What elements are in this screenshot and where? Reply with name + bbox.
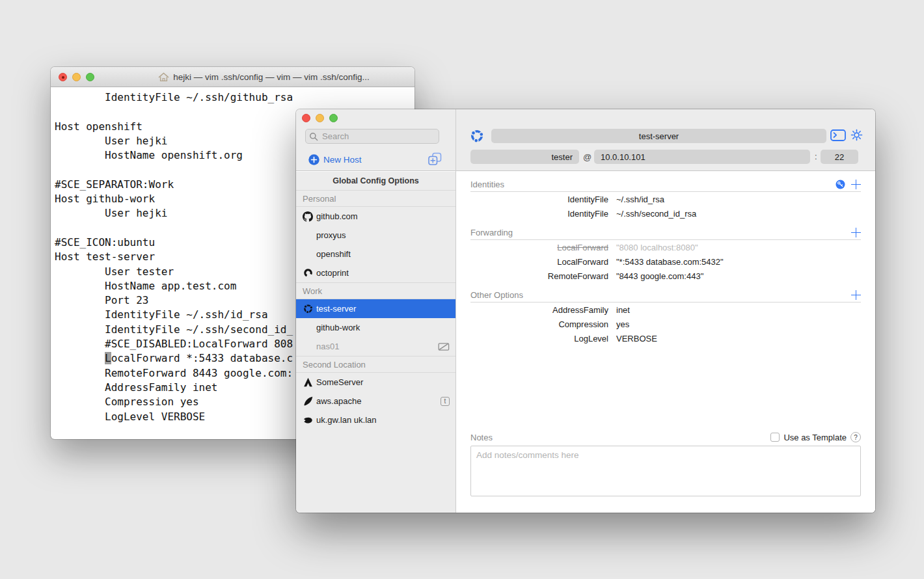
traffic-lights [59,73,94,81]
sidebar-item-label: aws.apache [316,396,361,406]
notes-label: Notes [470,433,493,442]
search-input[interactable] [305,129,439,144]
option-value: ~/.ssh/id_rsa [616,195,664,204]
template-badge: t [441,397,450,406]
section-title: Forwarding [470,228,513,237]
colon-separator: : [815,152,817,161]
no-icon [302,323,314,333]
github-icon [302,211,314,222]
new-host-button[interactable]: New Host [308,154,362,165]
add-group-icon [428,152,442,166]
sidebar-item-test-server[interactable]: test-server [296,299,455,318]
use-as-template-control: Use as Template ? [770,432,861,442]
sidebar-section-second-location: Second Location [296,356,455,373]
sidebar-item-uk-gw-lan[interactable]: uk.gw.lan uk.lan [296,411,455,429]
option-value: "8080 localhost:8080" [616,243,698,252]
option-key: LogLevel [470,334,608,343]
section-label: Second Location [303,360,366,370]
sidebar-item-aws-apache[interactable]: aws.apache t [296,392,455,411]
zoom-button[interactable] [329,114,338,122]
host-settings-button[interactable] [850,129,863,144]
option-row[interactable]: IdentityFile ~/.ssh/second_id_rsa [470,206,861,221]
cursor-line-prefix [55,352,105,364]
option-key: RemoteForward [470,271,608,281]
option-value: "8443 google.com:443" [616,271,703,281]
option-value: inet [616,305,630,315]
feather-icon [302,396,314,407]
option-row[interactable]: LogLevel VERBOSE [470,331,861,345]
home-icon [158,72,169,82]
option-row[interactable]: RemoteForward "8443 google.com:443" [470,269,861,283]
vim-window-title: hejki — vim .ssh/config — vim — vim .ssh… [173,72,370,82]
sidebar-item-label: nas01 [316,342,339,351]
vim-titlebar[interactable]: hejki — vim .ssh/config — vim — vim .ssh… [51,67,414,87]
sidebar-item-label: openshift [316,249,351,259]
no-icon [302,230,314,241]
section-title: Other Options [470,290,523,300]
sidebar-item-proxyus[interactable]: proxyus [296,226,455,245]
minimize-button[interactable] [316,114,324,122]
notes-textarea[interactable] [470,446,861,496]
sidebar-item-octoprint[interactable]: octoprint [296,263,455,282]
sidebar-item-nas01[interactable]: nas01 [296,337,455,356]
pane-divider[interactable] [455,109,456,513]
section-title: Identities [470,180,504,189]
arrow-icon [302,377,314,388]
help-button[interactable]: ? [850,432,861,442]
add-forwarding-button[interactable] [851,228,861,237]
open-terminal-button[interactable] [830,129,846,144]
section-label: Personal [303,194,336,204]
window-title-group: hejki — vim .ssh/config — vim — vim .ssh… [158,72,370,82]
add-group-button[interactable] [428,152,442,168]
identities-section-header: Identities [470,178,861,192]
disabled-screen-icon [438,342,450,351]
new-host-label: New Host [323,155,362,165]
option-key: IdentityFile [470,195,608,204]
option-row[interactable]: LocalForward "*:5433 database.com:5432" [470,254,861,269]
option-value: "*:5433 database.com:5432" [616,257,724,267]
other-options-section-header: Other Options [470,288,861,303]
global-config-options-label: Global Config Options [333,176,419,185]
option-row[interactable]: Compression yes [470,317,861,331]
sidebar-item-label: github-work [316,323,360,332]
hostname-field[interactable] [594,150,810,164]
option-key: LocalForward [470,243,608,252]
use-as-template-checkbox[interactable] [770,433,780,442]
close-button[interactable] [302,114,310,122]
sidebar-item-label: github.com [316,211,358,221]
host-detail-pane: Identities IdentityFile ~/.ssh/id_rsa Id… [456,172,875,513]
sidebar-item-github-com[interactable]: github.com [296,207,455,226]
edited-dot-icon [62,76,65,79]
option-row-disabled[interactable]: LocalForward "8080 localhost:8080" [470,240,861,254]
option-value: ~/.ssh/second_id_rsa [616,209,696,219]
option-row[interactable]: AddressFamily inet [470,303,861,317]
option-row[interactable]: IdentityFile ~/.ssh/id_rsa [470,192,861,206]
host-alias-field[interactable] [491,129,826,143]
sidebar-item-label: octoprint [316,268,349,278]
forwarding-section-header: Forwarding [470,226,861,240]
user-field[interactable] [470,150,579,164]
gear-icon [850,129,863,141]
traffic-lights [302,114,338,122]
add-identity-button[interactable] [851,180,861,189]
octoprint-icon [302,268,314,278]
add-option-button[interactable] [851,290,861,300]
vim-line: IdentityFile ~/.ssh/github_rsa [55,90,414,105]
minimize-button[interactable] [72,73,81,81]
cursor-line-suffix: ocalForward *:5433 database.c [111,352,293,364]
port-field[interactable] [821,150,858,164]
key-badge-icon [836,180,845,189]
whale-icon [302,415,314,425]
no-icon [302,342,314,352]
global-config-options-button[interactable]: Global Config Options [296,172,455,190]
app-toolbar: New Host [296,109,875,171]
option-value: VERBOSE [616,334,657,343]
sidebar-item-openshift[interactable]: openshift [296,245,455,263]
vim-cursor: L [105,352,111,364]
zoom-button[interactable] [86,73,94,81]
sidebar-item-github-work[interactable]: github-work [296,318,455,337]
close-button[interactable] [59,73,67,81]
sidebar-item-someserver[interactable]: SomeServer [296,373,455,392]
sidebar-item-label: test-server [316,304,356,314]
ssh-config-editor-window: New Host [296,109,875,513]
